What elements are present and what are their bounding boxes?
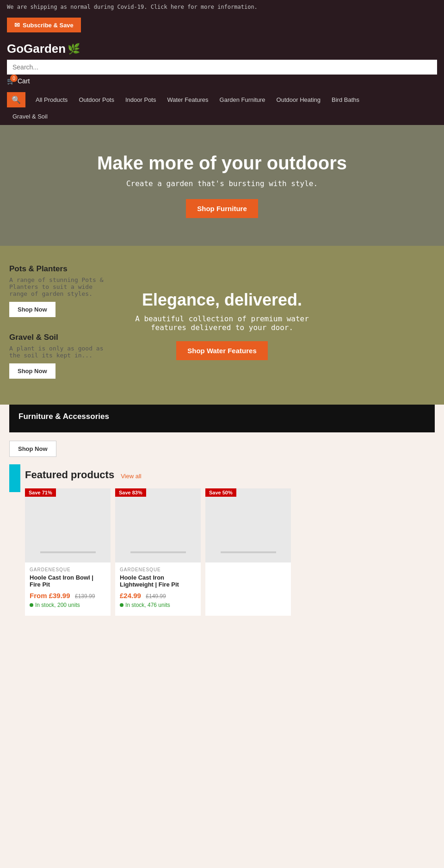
save-badge-1: Save 71% (25, 488, 56, 497)
product-name-2: Hoole Cast Iron Lightweight | Fire Pit (120, 574, 196, 588)
shop-furniture-button[interactable]: Shop Furniture (186, 199, 258, 218)
subscribe-bar: ✉ Subscribe & Save (0, 14, 444, 38)
product-stock-2: In stock, 476 units (120, 602, 196, 608)
product-card-2: Save 83% GARDENESQUE Hoole Cast Iron Lig… (115, 488, 201, 616)
logo-leaf-icon: 🌿 (68, 43, 80, 55)
furniture-section: Furniture & Accessories Shop Now (0, 405, 444, 464)
category-gravel-title: Gravel & Soil (9, 333, 111, 342)
product-image-3 (205, 488, 291, 562)
category-pots-planters: Pots & Planters A range of stunning Pots… (9, 264, 111, 317)
product-info-2: GARDENESQUE Hoole Cast Iron Lightweight … (115, 562, 201, 610)
featured-header: Featured products View all (25, 469, 435, 481)
mail-icon: ✉ (14, 21, 20, 29)
product-price-old-2: £149.99 (146, 593, 166, 599)
product-price-old-1: £139.99 (75, 593, 95, 599)
cart-label[interactable]: Cart (18, 77, 30, 85)
hero-title: Make more of your outdoors (97, 153, 347, 174)
shop-water-features-button[interactable]: Shop Water Features (176, 341, 267, 360)
product-stock-1: In stock, 200 units (30, 602, 106, 608)
product-name-1: Hoole Cast Iron Bowl | Fire Pit (30, 574, 106, 588)
product-color-bar-2 (130, 551, 186, 553)
shop-furniture-accessories-button[interactable]: Shop Now (9, 441, 56, 457)
product-grid: Save 71% GARDENESQUE Hoole Cast Iron Bow… (25, 488, 435, 625)
cart-icon-wrap[interactable]: 🛒 0 (7, 77, 15, 85)
stock-dot-1 (30, 603, 33, 607)
cart-badge: 0 (10, 75, 18, 82)
subscribe-button[interactable]: ✉ Subscribe & Save (7, 18, 81, 32)
product-card-1: Save 71% GARDENESQUE Hoole Cast Iron Bow… (25, 488, 111, 616)
blue-accent-block (9, 464, 20, 492)
product-pricing-2: £24.99 £149.99 (120, 592, 196, 600)
logo[interactable]: GoGarden🌿 (7, 42, 80, 56)
nav-item-outdoor-pots[interactable]: Outdoor Pots (73, 94, 120, 106)
category-gravel-desc: A plant is only as good as the soil its … (9, 345, 111, 359)
product-price-new-1: From £39.99 (30, 592, 70, 599)
search-input[interactable] (7, 60, 437, 75)
save-badge-2: Save 83% (115, 488, 146, 497)
product-brand-1: GARDENESQUE (30, 567, 106, 572)
mid-section: Pots & Planters A range of stunning Pots… (0, 246, 444, 405)
furniture-title: Furniture & Accessories (18, 412, 426, 421)
search-bar (7, 60, 437, 75)
nav-item-indoor-pots[interactable]: Indoor Pots (120, 94, 162, 106)
furniture-cta-row: Shop Now (9, 437, 435, 464)
product-image-2 (115, 488, 201, 562)
product-info-3 (205, 562, 291, 573)
nav-item-all-products[interactable]: All Products (30, 94, 73, 106)
category-gravel-soil: Gravel & Soil A plant is only as good as… (9, 333, 111, 379)
hero-banner: Make more of your outdoors Create a gard… (0, 125, 444, 246)
featured-title: Featured products (25, 469, 114, 481)
featured-accent-row: Featured products View all Save 71% GARD… (0, 464, 444, 634)
product-info-1: GARDENESQUE Hoole Cast Iron Bowl | Fire … (25, 562, 111, 610)
nav-bottom: Gravel & Soil (0, 110, 444, 125)
nav-item-garden-furniture[interactable]: Garden Furniture (214, 94, 271, 106)
nav-item-water-features[interactable]: Water Features (161, 94, 214, 106)
product-card-3: Save 50% (205, 488, 291, 616)
nav-top: 🔍 All Products Outdoor Pots Indoor Pots … (0, 89, 444, 110)
water-feature-desc: A beautiful collection of premium water … (130, 314, 314, 332)
category-pots-title: Pots & Planters (9, 264, 111, 274)
top-bar-message: We are shipping as normal during Covid-1… (7, 4, 258, 10)
furniture-block: Furniture & Accessories (9, 405, 435, 432)
nav-item-bird-baths[interactable]: Bird Baths (326, 94, 365, 106)
product-pricing-1: From £39.99 £139.99 (30, 592, 106, 600)
shop-pots-button[interactable]: Shop Now (9, 302, 56, 317)
stock-dot-2 (120, 603, 123, 607)
view-all-link[interactable]: View all (121, 473, 142, 480)
product-price-new-2: £24.99 (120, 592, 141, 599)
top-bar: We are shipping as normal during Covid-1… (0, 0, 444, 14)
water-feature-title: Elegance, delivered. (142, 290, 302, 310)
nav-search-button[interactable]: 🔍 (7, 92, 25, 107)
cart-row: 🛒 0 Cart (7, 77, 437, 85)
nav-item-gravel-soil[interactable]: Gravel & Soil (7, 110, 53, 123)
save-badge-3: Save 50% (205, 488, 236, 497)
product-color-bar-1 (40, 551, 96, 553)
shop-gravel-button[interactable]: Shop Now (9, 363, 56, 379)
nav-item-outdoor-heating[interactable]: Outdoor Heating (271, 94, 326, 106)
header: GoGarden🌿 🛒 0 Cart (0, 38, 444, 89)
product-image-1 (25, 488, 111, 562)
product-color-bar-3 (221, 551, 276, 553)
featured-section: Featured products View all Save 71% GARD… (25, 464, 435, 630)
hero-subtitle: Create a garden that's bursting with sty… (126, 179, 318, 188)
product-brand-2: GARDENESQUE (120, 567, 196, 572)
category-pots-desc: A range of stunning Pots & Planters to s… (9, 276, 111, 297)
